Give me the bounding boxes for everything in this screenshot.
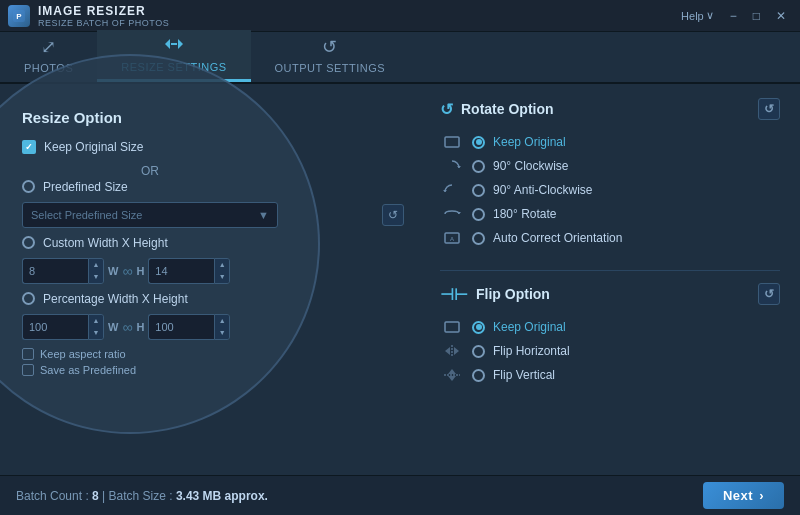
custom-height-input[interactable]: 14 ▲ ▼ — [148, 258, 230, 284]
predefined-size-select[interactable]: Select Predefined Size ▼ — [22, 202, 278, 228]
status-info: Batch Count : 8 | Batch Size : 3.43 MB a… — [16, 489, 691, 503]
svg-marker-2 — [165, 39, 170, 49]
custom-width-input[interactable]: 8 ▲ ▼ — [22, 258, 104, 284]
keep-aspect-ratio-row: Keep aspect ratio — [22, 348, 278, 360]
custom-width-up[interactable]: ▲ — [89, 259, 103, 271]
app-icon: P — [8, 5, 30, 27]
rotate-180-radio[interactable] — [472, 208, 485, 221]
flip-horizontal-icon — [440, 342, 464, 360]
h-label: H — [136, 265, 144, 277]
save-as-predefined-row: Save as Predefined — [22, 364, 278, 376]
pct-width-value: 100 — [22, 314, 88, 340]
pct-w-label: W — [108, 321, 118, 333]
rotate-auto-radio[interactable] — [472, 232, 485, 245]
custom-wh-label: Custom Width X Height — [43, 236, 168, 250]
rotate-keep-original-label: Keep Original — [493, 135, 566, 149]
percentage-wh-radio[interactable] — [22, 292, 35, 305]
rotate-90ccw-label: 90° Anti-Clockwise — [493, 183, 593, 197]
rotate-90ccw-icon — [440, 181, 464, 199]
batch-size-value: 3.43 MB approx. — [176, 489, 268, 503]
save-predefined-label: Save as Predefined — [40, 364, 136, 376]
custom-height-down[interactable]: ▼ — [215, 271, 229, 283]
rotate-90cw-row: 90° Clockwise — [440, 154, 780, 178]
w-label: W — [108, 265, 118, 277]
batch-count-label: Batch Count : — [16, 489, 89, 503]
keep-aspect-ratio-label: Keep aspect ratio — [40, 348, 126, 360]
rotate-auto-label: Auto Correct Orientation — [493, 231, 622, 245]
flip-horizontal-radio[interactable] — [472, 345, 485, 358]
flip-vertical-row: Flip Vertical — [440, 363, 780, 387]
flip-keep-original-radio[interactable] — [472, 321, 485, 334]
pct-width-input[interactable]: 100 ▲ ▼ — [22, 314, 104, 340]
custom-wh-radio[interactable] — [22, 236, 35, 249]
close-button[interactable]: ✕ — [770, 7, 792, 25]
pct-width-down[interactable]: ▼ — [89, 327, 103, 339]
bottom-bar: Batch Count : 8 | Batch Size : 3.43 MB a… — [0, 475, 800, 515]
rotate-90cw-label: 90° Clockwise — [493, 159, 569, 173]
custom-width-down[interactable]: ▼ — [89, 271, 103, 283]
pct-height-input[interactable]: 100 ▲ ▼ — [148, 314, 230, 340]
svg-marker-6 — [457, 166, 461, 168]
svg-marker-13 — [445, 347, 450, 355]
flip-vertical-label: Flip Vertical — [493, 368, 555, 382]
pct-height-arrows: ▲ ▼ — [214, 314, 230, 340]
resize-reset-area: ↺ — [382, 204, 404, 226]
flip-vertical-icon — [440, 366, 464, 384]
keep-original-size-checkbox[interactable]: ✓ — [22, 140, 36, 154]
app-title: IMAGE RESIZER RESIZE BATCH OF PHOTOS — [38, 4, 169, 28]
svg-text:A: A — [450, 236, 454, 242]
rotate-180-row: 180° Rotate — [440, 202, 780, 226]
next-button[interactable]: Next › — [703, 482, 784, 509]
maximize-button[interactable]: □ — [747, 7, 766, 25]
rotate-180-icon — [440, 205, 464, 223]
svg-rect-5 — [445, 137, 459, 147]
rotate-keep-original-row: Keep Original — [440, 130, 780, 154]
svg-marker-16 — [448, 369, 456, 374]
flip-vertical-radio[interactable] — [472, 369, 485, 382]
keep-original-size-label: Keep Original Size — [44, 140, 143, 154]
flip-option-section: ⊣⊢ Flip Option ↺ Keep Original — [440, 283, 780, 387]
minimize-button[interactable]: − — [724, 7, 743, 25]
dropdown-arrow-icon: ▼ — [258, 209, 269, 221]
flip-horizontal-row: Flip Horizontal — [440, 339, 780, 363]
svg-marker-14 — [454, 347, 459, 355]
right-panel: ↺ Rotate Option ↺ Keep Original — [420, 84, 800, 475]
keep-aspect-ratio-checkbox[interactable] — [22, 348, 34, 360]
custom-height-value: 14 — [148, 258, 214, 284]
link-icon: ∞ — [122, 263, 132, 279]
help-button[interactable]: Help ∨ — [675, 7, 720, 24]
resize-tab-icon — [164, 36, 184, 57]
rotate-reset-button[interactable]: ↺ — [758, 98, 780, 120]
rotate-option-section: ↺ Rotate Option ↺ Keep Original — [440, 98, 780, 250]
rotate-90ccw-radio[interactable] — [472, 184, 485, 197]
svg-marker-8 — [457, 212, 461, 214]
pct-height-down[interactable]: ▼ — [215, 327, 229, 339]
custom-height-up[interactable]: ▲ — [215, 259, 229, 271]
pct-width-arrows: ▲ ▼ — [88, 314, 104, 340]
rotate-auto-row: A Auto Correct Orientation — [440, 226, 780, 250]
flip-horizontal-label: Flip Horizontal — [493, 344, 570, 358]
keep-original-size-row: ✓ Keep Original Size — [22, 140, 278, 154]
pct-width-up[interactable]: ▲ — [89, 315, 103, 327]
pct-height-value: 100 — [148, 314, 214, 340]
flip-keep-original-row: Keep Original — [440, 315, 780, 339]
svg-text:P: P — [16, 12, 22, 21]
rotate-option-title: ↺ Rotate Option ↺ — [440, 98, 780, 120]
percentage-wh-inputs: 100 ▲ ▼ W ∞ H 100 ▲ ▼ — [22, 314, 278, 340]
rotate-keep-original-radio[interactable] — [472, 136, 485, 149]
predefined-size-placeholder: Select Predefined Size — [31, 209, 142, 221]
title-bar-left: P IMAGE RESIZER RESIZE BATCH OF PHOTOS — [8, 4, 169, 28]
app-subtitle: RESIZE BATCH OF PHOTOS — [38, 18, 169, 28]
save-predefined-checkbox[interactable] — [22, 364, 34, 376]
batch-count-value: 8 — [92, 489, 99, 503]
app-name: IMAGE RESIZER — [38, 4, 169, 18]
percentage-wh-row: Percentage Width X Height — [22, 292, 278, 306]
tab-output-settings[interactable]: ↺ OUTPUT SETTINGS — [251, 30, 410, 82]
left-panel: Resize Option ✓ Keep Original Size OR Pr… — [0, 84, 420, 475]
resize-reset-button[interactable]: ↺ — [382, 204, 404, 226]
flip-reset-button[interactable]: ↺ — [758, 283, 780, 305]
rotate-90cw-radio[interactable] — [472, 160, 485, 173]
photos-tab-icon: ⤢ — [41, 36, 57, 58]
predefined-size-radio[interactable] — [22, 180, 35, 193]
pct-height-up[interactable]: ▲ — [215, 315, 229, 327]
